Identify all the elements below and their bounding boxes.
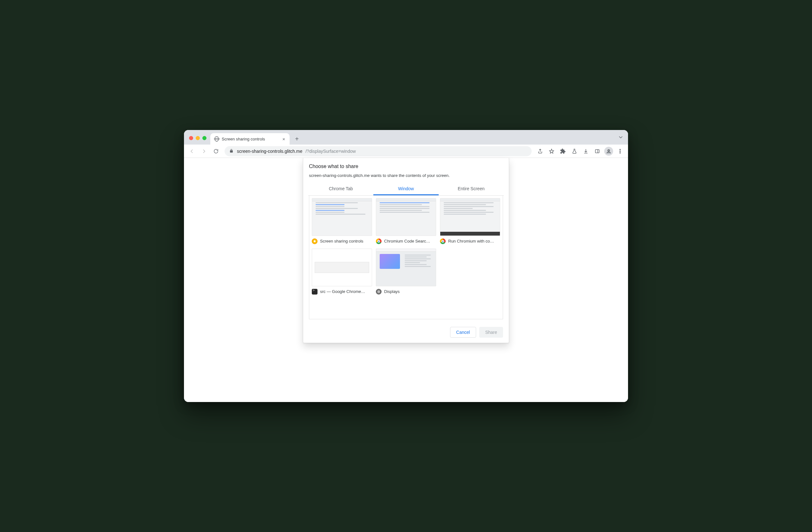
app-icon: [312, 289, 318, 295]
share-source[interactable]: Displays: [376, 249, 436, 295]
svg-rect-0: [595, 149, 599, 153]
tab-strip: Screen sharing controls × +: [184, 130, 628, 145]
profile-button[interactable]: [603, 146, 614, 157]
thumbnail: [440, 198, 500, 236]
app-icon: [440, 238, 446, 244]
browser-tab[interactable]: Screen sharing controls ×: [210, 133, 290, 145]
extensions-button[interactable]: [557, 146, 568, 157]
source-label: Chromium Code Searc…: [384, 239, 430, 243]
svg-point-1: [608, 149, 610, 151]
picker-subtitle: screen-sharing-controls.glitch.me wants …: [309, 173, 503, 178]
tab-search-button[interactable]: [618, 134, 624, 142]
address-bar[interactable]: screen-sharing-controls.glitch.me/?displ…: [224, 146, 532, 156]
share-source[interactable]: Run Chromium with co…: [440, 198, 500, 244]
lock-icon: [229, 148, 234, 154]
sources-container: Screen sharing controls: [309, 196, 503, 319]
toolbar-actions: [535, 146, 625, 157]
avatar-icon: [604, 147, 613, 156]
tab-chrome-tab[interactable]: Chrome Tab: [308, 183, 373, 195]
close-tab-button[interactable]: ×: [282, 136, 286, 142]
url-path: /?displaySurface=window: [305, 149, 356, 154]
reload-button[interactable]: [211, 146, 221, 157]
forward-button[interactable]: [199, 146, 209, 157]
picker-title: Choose what to share: [309, 164, 503, 169]
source-label: Displays: [384, 289, 400, 294]
downloads-button[interactable]: [580, 146, 591, 157]
page-content: Choose what to share screen-sharing-cont…: [184, 158, 628, 402]
app-icon: [312, 238, 318, 244]
picker-footer: Cancel Share: [309, 327, 503, 338]
url-host: screen-sharing-controls.glitch.me: [237, 149, 302, 154]
new-tab-button[interactable]: +: [292, 134, 302, 144]
globe-icon: [214, 136, 219, 142]
source-label: Screen sharing controls: [320, 239, 363, 243]
toolbar: screen-sharing-controls.glitch.me/?displ…: [184, 145, 628, 158]
svg-point-3: [620, 151, 621, 151]
menu-button[interactable]: [615, 146, 625, 157]
picker-tabs: Chrome Tab Window Entire Screen: [308, 183, 504, 196]
tab-window[interactable]: Window: [373, 183, 438, 195]
svg-point-2: [620, 149, 621, 150]
thumbnail: [376, 249, 436, 286]
share-page-button[interactable]: [535, 146, 546, 157]
thumbnail: [312, 249, 372, 286]
browser-window: Screen sharing controls × + screen-shari…: [184, 130, 628, 402]
share-button[interactable]: Share: [479, 327, 503, 338]
svg-point-4: [620, 152, 621, 153]
tab-title: Screen sharing controls: [222, 137, 279, 142]
tab-entire-screen[interactable]: Entire Screen: [439, 183, 504, 195]
source-label: src — Google Chrome…: [320, 289, 365, 294]
share-source[interactable]: Screen sharing controls: [312, 198, 372, 244]
share-source[interactable]: src — Google Chrome…: [312, 249, 372, 295]
app-icon: [376, 289, 381, 295]
window-controls: [189, 136, 206, 140]
bookmark-button[interactable]: [546, 146, 557, 157]
thumbnail: [376, 198, 436, 236]
source-label: Run Chromium with co…: [448, 239, 494, 243]
labs-button[interactable]: [569, 146, 580, 157]
side-panel-button[interactable]: [592, 146, 603, 157]
close-window-button[interactable]: [189, 136, 193, 140]
fullscreen-window-button[interactable]: [202, 136, 206, 140]
minimize-window-button[interactable]: [196, 136, 200, 140]
share-source[interactable]: Chromium Code Searc…: [376, 198, 436, 244]
back-button[interactable]: [187, 146, 197, 157]
share-picker-dialog: Choose what to share screen-sharing-cont…: [303, 158, 509, 343]
cancel-button[interactable]: Cancel: [450, 327, 476, 338]
thumbnail: [312, 198, 372, 236]
app-icon: [376, 238, 381, 244]
